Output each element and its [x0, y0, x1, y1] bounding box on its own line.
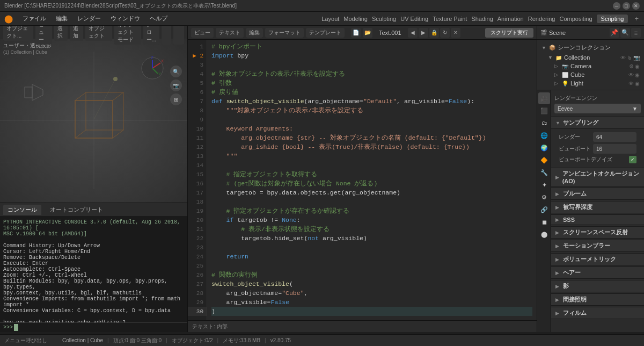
camera-render-icon[interactable]: ◉ [635, 63, 640, 69]
code-line-21: # 表示/非表示状態を設定する [211, 225, 532, 234]
render-props-icon[interactable]: 🎥 [538, 92, 550, 104]
particles-props-icon[interactable]: ✦ [538, 179, 550, 191]
denoise-checkbox[interactable]: ✓ [629, 156, 636, 163]
menu-file[interactable]: ファイル [18, 13, 50, 24]
bloom-header[interactable]: ▶ ブルーム [551, 188, 644, 200]
menu-window[interactable]: ウィンドウ [106, 13, 144, 24]
open-file-icon[interactable]: 📂 [363, 28, 372, 38]
scene-item-collection[interactable]: ▼ 📁 Collection 👁 🖱 📷 [537, 53, 644, 62]
file-next-icon[interactable]: ▶ [419, 28, 428, 38]
indirect-lighting-header[interactable]: ▶ 間接照明 [551, 293, 644, 306]
code-line-12: arg_ishide {bool} -- 表示(True)/非表示(False)… [211, 142, 532, 152]
minimize-button[interactable]: ─ [613, 2, 620, 10]
code-lines[interactable]: # bpyインポート import bpy # 対象オブジェクトの表示/非表示を… [207, 40, 537, 320]
menu-help[interactable]: ヘルプ [145, 13, 172, 24]
volumetrics-header[interactable]: ▶ ボリューメトリック [551, 253, 644, 265]
line-num-24: 24 [188, 252, 207, 261]
render-engine-label: レンダーエンジン [554, 95, 597, 102]
filter-btn[interactable]: ≡ [631, 28, 641, 38]
viewport-view-btn[interactable]: ビュー [35, 26, 52, 45]
scene-name: Scene [549, 30, 566, 36]
console-line: Zoom: Ctrl +/-, Ctrl-Wheel [3, 272, 184, 278]
new-file-icon[interactable]: 📄 [351, 28, 361, 38]
object-props-icon[interactable]: 🔶 [538, 154, 550, 166]
wireframe-btn[interactable]: ⊞ [170, 93, 182, 105]
viewport-mode-btn[interactable]: オブジェクトモード [114, 26, 141, 45]
camera-persp-btn[interactable]: 📷 [170, 80, 182, 91]
sampling-group-header[interactable]: ▼ サンプリング [551, 117, 644, 129]
viewport-gizmo-btn[interactable]: ⊕ [173, 26, 184, 45]
file-lock-icon[interactable]: 🔒 [429, 28, 439, 38]
viewport-overlay-btn[interactable]: ● [162, 26, 171, 45]
scene-collection-header[interactable]: ▼ 📦 シーンコレクション [537, 42, 644, 53]
code-area[interactable]: 1 ▶ 2 3 4 5 6 7 8 9 10 11 12 13 14 15 16… [188, 40, 537, 320]
autocomplete-tab[interactable]: オートコンプリート [46, 205, 107, 215]
file-close-icon[interactable]: ✕ [451, 28, 460, 38]
scene-collection-toolbar: 🎬 Scene 📌 🔍 ≡ [537, 26, 644, 40]
maximize-button[interactable]: □ [623, 2, 630, 10]
menu-render[interactable]: レンダー [73, 13, 105, 24]
console-input[interactable]: >>> [0, 322, 187, 332]
restrict-render-icon[interactable]: 📷 [633, 55, 640, 61]
scripting-tab[interactable]: Scripting [597, 15, 628, 23]
console-panel: コンソール オートコンプリート PYTHON INTERACTIVE CONSO… [0, 203, 187, 332]
search-btn[interactable]: 🔍 [620, 28, 630, 38]
editor-format-btn[interactable]: フォーマット [265, 28, 304, 38]
file-prev-icon[interactable]: ◀ [408, 28, 418, 38]
light-render-icon[interactable]: ◉ [635, 81, 640, 86]
editor-template-btn[interactable]: テンプレート [306, 28, 345, 38]
restrict-select-icon[interactable]: 🖱 [627, 55, 632, 61]
camera-options-icon[interactable]: ⚙ [629, 63, 634, 69]
scene-item-light[interactable]: ▷ 💡 Light 👁 ◉ [537, 79, 644, 88]
light-view-icon[interactable]: 👁 [628, 81, 634, 86]
render-samples-value[interactable]: 64 [593, 132, 636, 142]
render-engine-dropdown[interactable]: Eevee ▼ [554, 104, 641, 113]
menu-edit[interactable]: 編集 [52, 13, 72, 24]
view-layer-icon[interactable]: 🗂 [538, 117, 550, 129]
physics-props-icon[interactable]: ⚙ [538, 191, 550, 203]
file-sync-icon[interactable]: ↻ [440, 28, 450, 38]
sss-header[interactable]: ▶ SSS [551, 214, 644, 225]
viewport-samples-value[interactable]: 16 [593, 144, 636, 154]
viewport-add-btn[interactable]: 追加 [70, 26, 83, 41]
cube-select-icon[interactable]: ◉ [635, 72, 640, 78]
scene-item-cube[interactable]: ▷ ⬜ Cube 👁 ◉ [537, 70, 644, 79]
constraints-props-icon[interactable]: 🔗 [538, 204, 550, 215]
editor-toolbar: ビュー テキスト 編集 フォーマット テンプレート 📄 📂 Text.001 ◀… [188, 26, 537, 40]
console-line [3, 314, 184, 320]
shadows-header[interactable]: ▶ 影 [551, 280, 644, 292]
data-props-icon[interactable]: ◼ [538, 216, 550, 228]
run-script-button[interactable]: スクリプト実行 [485, 28, 533, 38]
console-tab[interactable]: コンソール [3, 205, 41, 215]
ssr-header[interactable]: ▶ スクリーンスペース反射 [551, 226, 644, 239]
cube-icons: 👁 ◉ [628, 72, 640, 78]
viewport-object-btn[interactable]: オブジェクト... [3, 26, 33, 41]
close-button[interactable]: ✕ [632, 2, 640, 10]
material-props-icon[interactable]: ⬤ [538, 228, 550, 240]
hair-header[interactable]: ▶ ヘアー [551, 266, 644, 279]
scene-props-icon[interactable]: 🌐 [538, 129, 550, 141]
restrict-view-icon[interactable]: 👁 [620, 55, 626, 61]
viewport-obj-menu-btn[interactable]: オブジェクト [85, 26, 112, 41]
ao-header[interactable]: ▶ アンビエントオクルージョン(AO) [551, 168, 644, 186]
cube-view-icon[interactable]: 👁 [628, 72, 634, 78]
viewport[interactable]: オブジェクト... ビュー 選択 追加 オブジェクト オブジェクトモード グロー… [0, 26, 187, 203]
zoom-in-btn[interactable]: 🔍 [170, 66, 182, 77]
viewport-shading-btn[interactable]: グロー... [143, 26, 159, 45]
code-line-2: import bpy [211, 51, 532, 60]
svg-marker-20 [32, 84, 43, 100]
scene-item-camera[interactable]: ▷ 📷 Camera ⚙ ◉ [537, 62, 644, 70]
viewport-select-btn[interactable]: 選択 [54, 26, 68, 41]
modifier-props-icon[interactable]: 🔧 [538, 167, 550, 178]
film-header[interactable]: ▶ フィルム [551, 307, 644, 319]
dof-header[interactable]: ▶ 被写界深度 [551, 201, 644, 213]
motion-blur-header[interactable]: ▶ モーションブラー [551, 240, 644, 252]
add-workspace-btn[interactable]: + [632, 15, 641, 23]
editor-text-btn[interactable]: テキスト [216, 28, 244, 38]
output-props-icon[interactable]: ⬛ [538, 105, 550, 117]
world-props-icon[interactable]: 🌍 [538, 142, 550, 154]
pin-btn[interactable]: 📌 [610, 28, 619, 38]
console-prompt: >>> [3, 325, 13, 330]
editor-view-btn[interactable]: ビュー [191, 28, 214, 38]
editor-edit-btn[interactable]: 編集 [246, 28, 263, 38]
